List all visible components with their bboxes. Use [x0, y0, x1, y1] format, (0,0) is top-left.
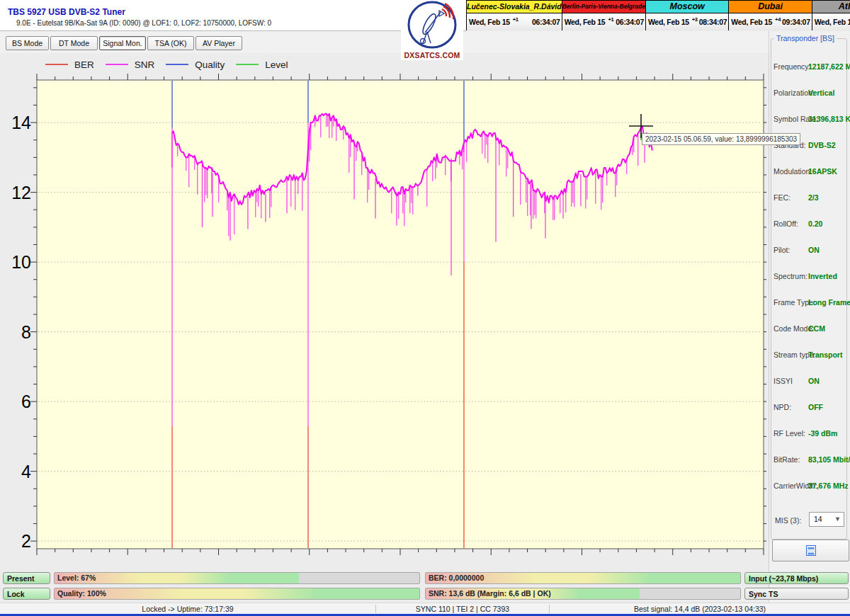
field-label: RF Level: — [774, 429, 805, 438]
field-label: NPD: — [774, 403, 791, 411]
clock-city-label: Lučenec-Slovakia_R.Dávid — [467, 1, 562, 13]
snr-progressbar: SNR: 13,6 dB (Margin: 6,6 dB | OK) — [425, 588, 741, 600]
plot-area — [37, 80, 764, 549]
tab-signal-mon-[interactable]: Signal Mon. — [99, 36, 146, 50]
quality-progressbar: Quality: 100% — [54, 588, 420, 600]
transponder-row-carrierwidth-: CarrierWidth:37,676 MHz — [774, 481, 846, 491]
mis-dropdown[interactable]: 14 ▼ — [809, 512, 844, 527]
chevron-down-icon: ▼ — [834, 513, 841, 526]
field-label: Pilot: — [774, 246, 790, 254]
transponder-row-code-mode-: Code Mode:CCM — [774, 324, 846, 334]
tab-bs-mode[interactable]: BS Mode — [6, 36, 49, 50]
clock-time: 09:34:07 — [782, 18, 812, 26]
transponder-row-rolloff-: RollOff:0.20 — [774, 219, 846, 229]
level-progressbar: Level: 67% — [54, 572, 420, 584]
field-label: BitRate: — [774, 455, 800, 464]
clock-time: 06:34:07 — [616, 18, 645, 26]
clock-time: 06:34:07 — [532, 18, 562, 26]
field-value: 37,676 MHz — [808, 481, 849, 490]
y-axis-label-2: 2 — [21, 531, 31, 551]
sync-ts-badge: Sync TS — [744, 588, 849, 600]
transponder-row-stream-type-: Stream type:Transport — [774, 350, 846, 360]
y-axis-label-12: 12 — [11, 183, 31, 203]
field-value: Vertical — [808, 89, 834, 97]
world-clock-strip: Lučenec-Slovakia_R.DávidWed, Feb 15+106:… — [466, 0, 850, 30]
field-label: Spectrum: — [774, 272, 808, 280]
status-uptime: Locked -> Uptime: 73:17:39 — [0, 603, 375, 615]
transponder-row-frequency-: Frequency:12187,622 MHz — [774, 62, 846, 72]
ber-progressbar: BER: 0,0000000 — [425, 572, 741, 584]
tab-av-player[interactable]: AV Player — [196, 36, 242, 50]
clock-city-label: Moscow — [646, 1, 728, 13]
app-title: TBS 5927 USB DVB-S2 Tuner — [8, 7, 125, 17]
status-sync-counters: SYNC 110 | TEI 2 | CC 7393 — [376, 603, 549, 615]
legend-line-snr — [106, 64, 128, 65]
status-best-signal: Best signal: 14,4 dB (2023-02-13 04:33) — [550, 603, 850, 615]
field-value: Inverted — [808, 272, 837, 280]
tab-dt-mode[interactable]: DT Mode — [50, 36, 98, 50]
transponder-row-spectrum-: Spectrum:Inverted — [774, 272, 846, 282]
tab-row: BS ModeDT ModeSignal Mon.TSA (OK)AV Play… — [0, 31, 769, 53]
stream-list-icon — [806, 545, 816, 556]
field-value: 0.20 — [808, 219, 822, 228]
transponder-row-symbol-rate-: Symbol Rate:31396,813 KS/s — [774, 115, 846, 125]
y-axis-label-4: 4 — [21, 462, 31, 481]
clock-date: Wed, Feb 15 — [729, 18, 772, 26]
transponder-row-polarization-: Polarization:Vertical — [774, 89, 846, 98]
field-value: ON — [808, 246, 820, 254]
level-label: Level: 67% — [57, 573, 96, 583]
signal-chart-panel: BERSNRQualityLevel 2468101214 2023-02-15… — [6, 54, 766, 569]
clock-datetime: Wed, Feb 15+207:34:07 — [812, 13, 850, 30]
field-label: RollOff: — [774, 219, 798, 228]
field-value: 83,105 Mbit/s — [808, 455, 850, 464]
snr-label: SNR: 13,6 dB (Margin: 6,6 dB | OK) — [429, 588, 551, 599]
legend-label-ber: BER — [74, 59, 94, 70]
field-value: OFF — [808, 403, 823, 411]
clock-dubai: DubaiWed, Feb 15+409:34:07 — [729, 0, 812, 30]
clock-time: 08:34:07 — [699, 18, 729, 26]
y-axis-label-14: 14 — [11, 113, 31, 132]
snr-chart[interactable]: 2468101214 — [6, 54, 766, 569]
clock-utc-offset: +4 — [775, 16, 781, 23]
clock-date: Wed, Feb 15 — [812, 18, 850, 26]
field-value: 31396,813 KS/s — [808, 115, 850, 123]
clock-datetime: Wed, Feb 15+106:34:07 — [562, 13, 645, 30]
transponder-row-pilot-: Pilot:ON — [774, 246, 846, 256]
legend-label-quality: Quality — [195, 59, 225, 70]
transponder-row-npd-: NPD:OFF — [774, 403, 846, 413]
stream-list-button[interactable] — [772, 540, 849, 561]
field-value: CCM — [808, 324, 825, 333]
satellite-dish-logo-icon — [402, 1, 463, 50]
clock-datetime: Wed, Feb 15+308:34:07 — [646, 13, 728, 30]
y-axis-label-6: 6 — [21, 392, 31, 411]
field-value: 16APSK — [808, 167, 837, 176]
legend-label-level: Level — [265, 59, 288, 70]
transponder-row-bitrate-: BitRate:83,105 Mbit/s — [774, 455, 846, 465]
transponder-row-modulation-: Modulation:16APSK — [774, 167, 846, 177]
app-window: TBS 5927 USB DVB-S2 Tuner 9.0E - Eutelsa… — [0, 0, 850, 616]
field-label: Frequency: — [774, 62, 811, 71]
clock-utc-offset: +1 — [513, 16, 518, 23]
logo-text: DXSATCS.COM — [401, 51, 463, 59]
field-value: Transport — [808, 350, 842, 359]
ber-label: BER: 0,0000000 — [429, 573, 484, 583]
transponder-groupbox: Transponder [BS] Frequency:12187,622 MHz… — [771, 38, 847, 540]
clock-athens: AthensWed, Feb 15+207:34:07 — [812, 0, 850, 30]
present-badge: Present — [3, 572, 50, 584]
transponder-row-fec-: FEC:2/3 — [774, 193, 846, 203]
transponder-row-rf-level-: RF Level:-39 dBm — [774, 429, 846, 439]
clock-utc-offset: +3 — [692, 16, 698, 23]
dxsatcs-logo: DXSATCS.COM — [401, 1, 463, 60]
title-area: TBS 5927 USB DVB-S2 Tuner 9.0E - Eutelsa… — [0, 0, 466, 31]
chart-legend: BERSNRQualityLevel — [34, 57, 288, 72]
mis-label: MIS (3): — [775, 516, 801, 525]
field-label: FEC: — [774, 193, 790, 202]
tab-tsa-ok-[interactable]: TSA (OK) — [147, 36, 194, 50]
satellite-subtitle: 9.0E - Eutelsat 9B/Ka-Sat 9A (ID: 0090) … — [16, 19, 271, 27]
field-value: Long Frame — [808, 298, 850, 307]
clock-date: Wed, Feb 15 — [562, 18, 606, 26]
clock-moscow: MoscowWed, Feb 15+308:34:07 — [646, 0, 729, 30]
transponder-group-label: Transponder [BS] — [774, 34, 837, 42]
transponder-panel: Transponder [BS] Frequency:12187,622 MHz… — [769, 31, 850, 616]
field-label: ISSYI — [774, 377, 793, 385]
